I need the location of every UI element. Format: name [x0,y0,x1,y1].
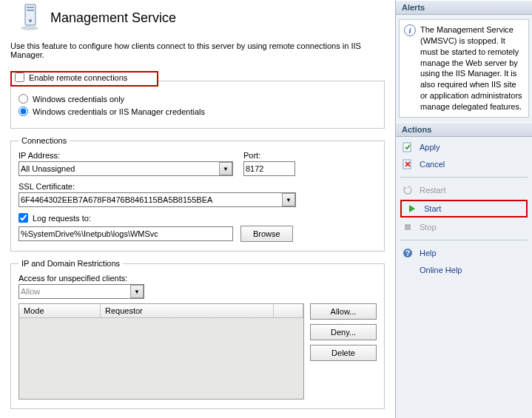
svg-point-4 [21,26,38,30]
online-help-label: Online Help [420,266,462,274]
ip-address-select[interactable] [18,161,233,176]
log-requests-label: Log requests to: [33,214,91,223]
spacer-icon [402,264,414,276]
port-label: Port: [243,151,295,160]
access-unspecified-label: Access for unspecified clients: [18,274,144,283]
info-icon: i [404,24,416,36]
connections-group: Connections IP Address: ▼ Port: SSL Cert… [10,136,385,252]
svg-point-3 [29,19,32,22]
ip-address-label: IP Address: [18,151,233,160]
svg-marker-8 [409,205,415,212]
apply-label: Apply [420,143,440,152]
start-icon [406,203,418,215]
separator [400,240,528,240]
separator [400,177,528,178]
svg-rect-5 [403,143,411,152]
restart-icon [402,184,414,196]
chevron-down-icon: ▼ [134,289,140,295]
radio-windows-or-iis[interactable] [18,107,28,116]
online-help-action[interactable]: Online Help [400,263,528,277]
alert-item: i The Management Service (WMSVC) is stop… [399,19,529,118]
radio-windows-or-iis-label: Windows credentials or IIS Manager crede… [33,107,205,116]
server-icon [18,3,41,33]
log-path-input[interactable] [18,226,233,241]
col-spacer [274,304,303,317]
page-title: Management Service [50,10,176,26]
start-action[interactable]: Start [406,203,441,215]
cancel-label: Cancel [420,160,445,169]
help-label: Help [420,249,437,257]
svg-rect-2 [27,10,34,11]
actions-list: Apply Cancel Restart Start Stop ? Help [396,137,532,280]
ssl-dropdown-button[interactable]: ▼ [282,193,295,206]
cancel-action[interactable]: Cancel [400,157,528,172]
log-requests-checkbox[interactable] [18,213,28,223]
page-header: Management Service [10,0,385,40]
stop-action: Stop [400,220,528,235]
svg-text:?: ? [405,249,410,257]
chevron-down-icon: ▼ [223,166,229,172]
port-input[interactable] [243,161,295,176]
browse-button[interactable]: Browse [240,226,293,242]
alerts-heading: Alerts [396,0,532,15]
ssl-certificate-select[interactable] [18,192,296,207]
grid-header: Mode Requestor [19,304,303,318]
svg-marker-7 [404,186,407,189]
main-pane: Management Service Use this feature to c… [0,0,395,418]
grid-body[interactable] [19,318,303,399]
restrictions-legend: IP and Domain Restrictions [18,259,123,268]
stop-label: Stop [420,223,437,232]
alert-text: The Management Service (WMSVC) is stoppe… [420,24,524,112]
help-icon: ? [402,247,414,259]
cancel-icon [402,158,414,170]
svg-rect-9 [405,224,411,230]
restart-action: Restart [400,183,528,198]
restrictions-group: IP and Domain Restrictions Access for un… [10,259,385,409]
col-requestor[interactable]: Requestor [101,304,274,317]
access-dropdown-button: ▼ [130,285,144,298]
deny-button[interactable]: Deny... [310,324,377,340]
enable-remote-checkbox[interactable] [15,73,24,82]
radio-windows-only[interactable] [18,94,28,104]
help-action[interactable]: ? Help [400,246,528,260]
restrictions-grid[interactable]: Mode Requestor [18,303,304,400]
stop-icon [402,221,414,233]
apply-action[interactable]: Apply [400,140,528,155]
ssl-label: SSL Certificate: [18,182,296,191]
radio-windows-only-label: Windows credentials only [33,95,124,104]
connections-legend: Connections [18,136,70,145]
ip-dropdown-button[interactable]: ▼ [219,162,232,175]
restart-label: Restart [420,186,445,195]
allow-button[interactable]: Allow... [310,303,377,320]
col-mode[interactable]: Mode [19,304,101,317]
sidebar: Alerts i The Management Service (WMSVC) … [395,0,532,418]
apply-icon [402,141,414,153]
access-unspecified-select [18,284,144,299]
enable-remote-label: Enable remote connections [29,73,127,82]
enable-remote-highlight: Enable remote connections [10,71,158,87]
delete-button[interactable]: Delete [310,345,377,361]
page-subtitle: Use this feature to configure how client… [10,41,385,59]
actions-heading: Actions [396,122,532,137]
start-highlight: Start [400,200,528,218]
svg-rect-1 [27,7,34,8]
chevron-down-icon: ▼ [286,197,292,203]
start-label: Start [424,204,441,213]
